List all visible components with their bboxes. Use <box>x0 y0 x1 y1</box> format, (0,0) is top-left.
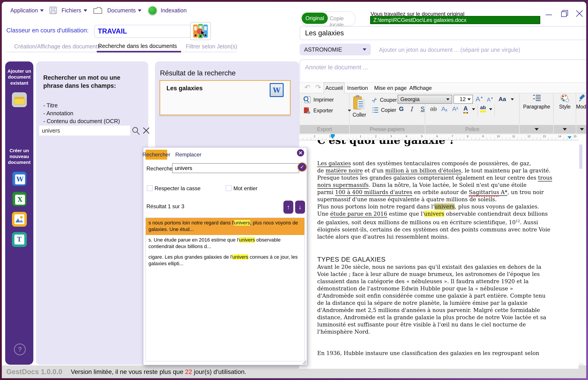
match-case-label: Respecter la casse <box>155 185 201 191</box>
token-input[interactable] <box>379 45 578 55</box>
help-button[interactable]: ? <box>14 343 26 355</box>
original-toggle[interactable]: Original <box>302 13 328 24</box>
maximize-button[interactable] <box>560 9 569 19</box>
group-modification-expand[interactable] <box>576 125 586 133</box>
whole-word-checkbox[interactable] <box>226 185 232 191</box>
dialog-close-button[interactable] <box>297 149 304 156</box>
next-result-button[interactable]: ↓ <box>295 201 305 214</box>
group-style-expand[interactable] <box>554 125 576 133</box>
minimize-button[interactable] <box>544 10 554 18</box>
document-sidebar: Ajouter un document existant Créer un no… <box>5 61 33 365</box>
underline-button[interactable]: S <box>421 106 425 113</box>
ruler-ticks: 21123456789101112131415 <box>299 134 579 140</box>
folder-icon[interactable] <box>93 6 103 15</box>
binders-button[interactable] <box>190 22 211 40</box>
new-text-button[interactable]: T <box>12 232 27 247</box>
vertical-scroll-thumb[interactable] <box>579 145 582 169</box>
ribbon-tab-accueil[interactable]: Accueil <box>324 83 345 93</box>
prev-result-button[interactable]: ↑ <box>284 201 293 214</box>
font-color-button[interactable]: A <box>464 105 468 114</box>
italic-button[interactable]: I <box>410 106 413 113</box>
chevron-down-icon[interactable] <box>472 108 475 110</box>
palette-icon <box>560 94 570 103</box>
bold-button[interactable]: G <box>399 106 404 113</box>
ribbon-tab-mise-en-page[interactable]: Mise en page <box>374 85 407 91</box>
vertical-scrollbar[interactable] <box>578 140 583 369</box>
tab-recherche-documents[interactable]: Recherche dans les documents <box>98 43 177 49</box>
shrink-font-button[interactable]: A▼ <box>487 96 493 103</box>
license-message: Version limitée, il ne vous reste plus q… <box>71 368 246 376</box>
menu-application[interactable]: Application <box>10 7 44 14</box>
grow-font-button[interactable]: A▲ <box>476 95 483 103</box>
superscript-button[interactable]: Aˣ <box>452 106 458 113</box>
token-selected: ASTRONOMIE <box>304 46 342 53</box>
exporter-button[interactable]: Exporter <box>303 107 351 114</box>
ribbon-tab-affichage[interactable]: Affichage <box>409 85 432 91</box>
new-image-button[interactable] <box>12 212 27 227</box>
subscript-button[interactable]: Aₓ <box>441 106 447 113</box>
modification-button[interactable]: Modification <box>576 94 586 110</box>
menu-documents[interactable]: Documents <box>107 7 142 14</box>
find-input[interactable] <box>172 163 299 173</box>
copier-button[interactable]: Copier <box>372 107 396 113</box>
save-icon[interactable] <box>49 6 57 14</box>
document-paragraph-2: Avant le 20e siècle, nous ne savions pas… <box>317 263 569 335</box>
new-word-button[interactable]: W <box>12 171 27 186</box>
chevron-down-icon[interactable] <box>489 108 492 110</box>
confirm-search-button[interactable]: ✓ <box>297 162 307 172</box>
print-preview-icon <box>303 96 311 104</box>
search-input[interactable] <box>39 126 130 135</box>
indent-marker-top[interactable] <box>331 134 335 136</box>
match-case-checkbox[interactable] <box>147 185 153 191</box>
redo-icon[interactable]: ↷ <box>315 83 321 92</box>
font-size-select[interactable]: 12 <box>453 95 473 104</box>
left-indent-marker[interactable] <box>330 136 335 139</box>
dialog-tab-remplacer[interactable]: Remplacer <box>175 150 202 160</box>
pdf-export-icon <box>303 107 311 114</box>
paste-icon <box>353 95 365 111</box>
active-tab-underline <box>97 51 181 53</box>
open-folder-button[interactable] <box>12 92 27 107</box>
tab-creation-affichage[interactable]: Création/Affichage des documents <box>14 43 100 50</box>
change-case-button[interactable]: Aa <box>499 96 506 103</box>
undo-icon[interactable]: ↶ <box>304 83 310 92</box>
new-excel-button[interactable]: X <box>12 191 27 207</box>
style-button[interactable]: Style <box>554 94 576 110</box>
right-indent-marker[interactable] <box>568 136 571 139</box>
font-family-select[interactable]: Georgia <box>398 95 452 104</box>
group-paragraphe-expand[interactable] <box>520 125 553 133</box>
clear-search-icon[interactable] <box>142 127 150 134</box>
group-separator <box>519 94 520 125</box>
search-field-titre: - Titre <box>43 102 148 109</box>
chevron-down-icon <box>446 98 449 100</box>
coller-button[interactable]: Coller <box>353 95 366 118</box>
search-icon[interactable] <box>132 126 141 135</box>
find-result-row[interactable]: s. Une étude parue en 2016 estime que l'… <box>146 235 304 252</box>
close-window-button[interactable] <box>574 9 584 19</box>
version-toggle[interactable]: Original Copie locale <box>300 11 356 26</box>
find-result-row[interactable]: cigare. Les plus grandes galaxies de l'u… <box>146 252 304 269</box>
classeur-input[interactable] <box>94 25 191 38</box>
group-police: Police <box>425 125 519 133</box>
find-result-row[interactable]: s nous portons loin notre regard dans l'… <box>146 218 304 235</box>
token-dropdown[interactable]: ASTRONOMIE <box>300 44 371 55</box>
whole-word-label: Mot entier <box>233 185 258 191</box>
paragraphe-button[interactable]: Paragraphe <box>520 94 553 110</box>
create-new-label: Créer un nouveau document <box>7 148 32 166</box>
highlight-button[interactable]: ab <box>480 105 486 112</box>
couper-button[interactable]: ✂ Couper <box>372 96 397 104</box>
document-heading-2: TYPES DE GALAXIES <box>317 256 385 263</box>
dialog-tab-rechercher[interactable]: Rechercher <box>145 150 167 160</box>
document-heading: C'est quoi une galaxie ? <box>317 140 455 146</box>
doc-title-input[interactable] <box>300 26 586 40</box>
group-separator <box>349 94 349 125</box>
document-page[interactable]: C'est quoi une galaxie ? Les galaxies so… <box>299 140 579 369</box>
menu-fichiers[interactable]: Fichiers <box>61 7 87 14</box>
tab-filtrer-jetons[interactable]: Filtrer selon Jeton(s) <box>186 43 237 50</box>
ribbon-tab-insertion[interactable]: Insertion <box>347 85 368 91</box>
menu-indexation[interactable]: Indexation <box>161 7 186 14</box>
imprimer-button[interactable]: Imprimer <box>303 96 334 104</box>
strikethrough-button[interactable]: ab <box>430 106 437 113</box>
result-card[interactable]: Les galaxies W <box>160 80 291 115</box>
ruler[interactable]: 21123456789101112131415 <box>299 134 579 140</box>
